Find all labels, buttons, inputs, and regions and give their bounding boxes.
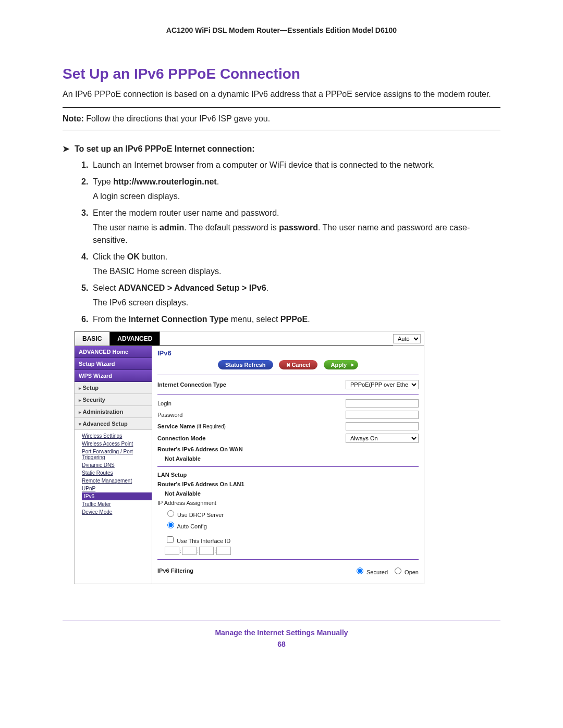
radio-open[interactable]: Open <box>392 566 419 575</box>
service-name-input[interactable] <box>346 422 419 430</box>
section-title: Set Up an IPv6 PPPoE Connection <box>63 66 500 82</box>
lan-setup-label: LAN Setup <box>157 472 419 478</box>
tab-advanced[interactable]: ADVANCED <box>109 331 160 346</box>
sidebar: ADVANCED Home Setup Wizard WPS Wizard Se… <box>75 346 152 584</box>
step-3-sub: The user name is admin. The default pass… <box>93 221 500 246</box>
step-1: Launch an Internet browser from a comput… <box>93 161 435 169</box>
password-input[interactable] <box>346 411 419 419</box>
login-input[interactable] <box>346 399 419 408</box>
ipv6-filtering-label: IPv6 Filtering <box>157 567 350 574</box>
task-heading: ➤ To set up an IPv6 PPPoE Internet conne… <box>63 144 500 154</box>
apply-button[interactable]: Apply <box>324 360 359 369</box>
sidebar-item-wps-wizard[interactable]: WPS Wizard <box>75 370 152 382</box>
doc-header: AC1200 WiFi DSL Modem Router—Essentials … <box>63 26 500 34</box>
sidebar-group-advanced-setup[interactable]: Advanced Setup <box>75 418 152 430</box>
radio-auto-config[interactable]: Auto Config <box>165 523 207 529</box>
link-device-mode[interactable]: Device Mode <box>82 508 152 516</box>
step-3: Enter the modem router user name and pas… <box>93 208 279 217</box>
service-name-label: Service Name (If Required) <box>157 423 346 429</box>
link-port-forwarding[interactable]: Port Forwarding / Port Triggering <box>82 448 152 461</box>
link-dynamic-dns[interactable]: Dynamic DNS <box>82 461 152 469</box>
language-select[interactable]: Auto <box>393 334 421 343</box>
sidebar-item-setup-wizard[interactable]: Setup Wizard <box>75 358 152 370</box>
intro-paragraph: An IPv6 PPPoE connection is based on a d… <box>63 89 500 100</box>
login-label: Login <box>157 400 346 406</box>
task-title: To set up an IPv6 PPPoE Internet connect… <box>75 144 255 154</box>
ict-label: Internet Connection Type <box>157 381 346 388</box>
sidebar-sublinks: Wireless Settings Wireless Access Point … <box>75 430 152 518</box>
steps-list: 1.Launch an Internet browser from a comp… <box>63 159 500 326</box>
password-label: Password <box>157 412 346 418</box>
page-number: 68 <box>63 637 500 648</box>
tab-basic[interactable]: BASIC <box>75 331 109 346</box>
chevron-right-icon: ➤ <box>63 144 69 154</box>
cancel-button[interactable]: Cancel <box>279 360 318 369</box>
status-refresh-button[interactable]: Status Refresh <box>218 360 273 369</box>
lan-addr-value: Not Available <box>165 490 419 497</box>
wan-addr-label: Router's IPv6 Address On WAN <box>157 446 419 452</box>
step-2-url: http://www.routerlogin.net <box>113 177 217 186</box>
radio-secured[interactable]: Secured <box>354 566 388 575</box>
step-4-sub: The BASIC Home screen displays. <box>93 265 500 278</box>
ip-assign-label: IP Address Assignment <box>157 500 419 506</box>
connection-mode-label: Connection Mode <box>157 435 346 441</box>
wan-addr-value: Not Available <box>165 455 419 462</box>
link-wireless-access-point[interactable]: Wireless Access Point <box>82 440 152 448</box>
step-2-a: Type <box>93 177 113 186</box>
link-wireless-settings[interactable]: Wireless Settings <box>82 432 152 440</box>
link-ipv6[interactable]: IPv6 <box>82 492 152 500</box>
link-remote-management[interactable]: Remote Management <box>82 477 152 485</box>
lan-addr-label: Router's IPv6 Address On LAN1 <box>157 481 419 487</box>
sidebar-group-setup[interactable]: Setup <box>75 382 152 394</box>
step-2-sub: A login screen displays. <box>93 190 500 203</box>
note-text: Follow the directions that your IPv6 ISP… <box>84 114 270 123</box>
checkbox-interface-id[interactable]: Use This Interface ID <box>165 538 230 544</box>
note-box: Note: Follow the directions that your IP… <box>63 107 500 130</box>
content-panel: IPv6 Status Refresh Cancel Apply Interne… <box>152 346 424 584</box>
router-ui-screenshot: BASIC ADVANCED Auto ADVANCED Home Setup … <box>74 331 424 584</box>
link-traffic-meter[interactable]: Traffic Meter <box>82 500 152 508</box>
interface-id-inputs[interactable]: ::: <box>165 546 419 556</box>
note-label: Note: <box>63 114 84 123</box>
sidebar-group-administration[interactable]: Administration <box>75 406 152 418</box>
link-static-routes[interactable]: Static Routes <box>82 469 152 477</box>
ict-select[interactable]: PPPoE(PPP over Ethernet) <box>346 380 419 389</box>
content-title: IPv6 <box>157 349 419 357</box>
connection-mode-select[interactable]: Always On <box>346 434 419 443</box>
footer-title: Manage the Internet Settings Manually <box>63 621 500 637</box>
sidebar-item-advanced-home[interactable]: ADVANCED Home <box>75 346 152 358</box>
sidebar-group-security[interactable]: Security <box>75 394 152 406</box>
step-5-sub: The IPv6 screen displays. <box>93 297 500 309</box>
radio-dhcp[interactable]: Use DHCP Server <box>165 512 224 518</box>
link-upnp[interactable]: UPnP <box>82 485 152 492</box>
